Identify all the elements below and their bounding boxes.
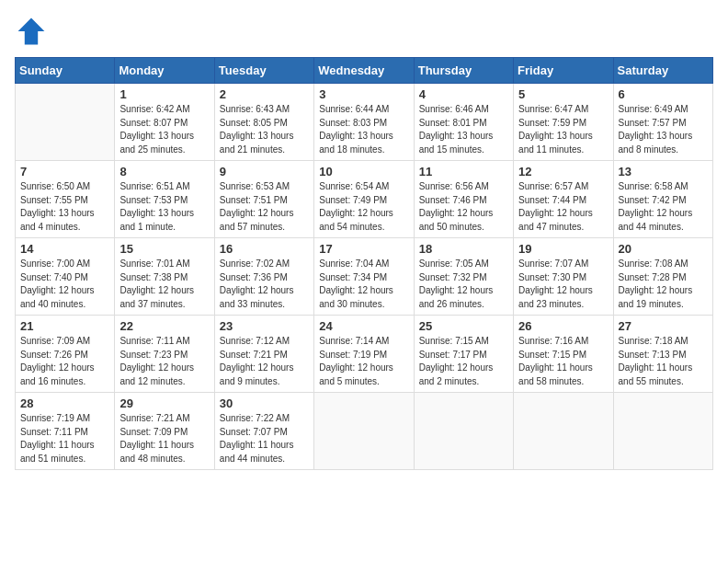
calendar-day-cell: 14Sunrise: 7:00 AMSunset: 7:40 PMDayligh… <box>16 238 115 316</box>
calendar-day-cell: 21Sunrise: 7:09 AMSunset: 7:26 PMDayligh… <box>16 316 115 393</box>
calendar-day-cell <box>16 84 115 161</box>
day-of-week-header: Thursday <box>414 58 513 84</box>
day-number: 3 <box>319 87 408 101</box>
calendar-week-row: 1Sunrise: 6:42 AMSunset: 8:07 PMDaylight… <box>16 84 713 161</box>
calendar-day-cell: 9Sunrise: 6:53 AMSunset: 7:51 PMDaylight… <box>214 161 313 238</box>
day-number: 19 <box>518 242 608 256</box>
day-info: Sunrise: 7:15 AMSunset: 7:17 PMDaylight:… <box>419 335 508 388</box>
day-info: Sunrise: 7:11 AMSunset: 7:23 PMDaylight:… <box>119 335 209 388</box>
calendar-day-cell: 3Sunrise: 6:44 AMSunset: 8:03 PMDaylight… <box>314 84 414 161</box>
logo <box>15 15 51 48</box>
day-number: 22 <box>119 319 209 333</box>
day-of-week-header: Monday <box>115 58 214 84</box>
day-info: Sunrise: 6:56 AMSunset: 7:46 PMDaylight:… <box>419 180 508 234</box>
day-info: Sunrise: 7:09 AMSunset: 7:26 PMDaylight:… <box>20 335 109 388</box>
svg-marker-0 <box>18 18 45 45</box>
calendar-header-row: SundayMondayTuesdayWednesdayThursdayFrid… <box>16 58 713 84</box>
calendar-day-cell: 13Sunrise: 6:58 AMSunset: 7:42 PMDayligh… <box>613 161 712 238</box>
day-number: 12 <box>518 165 608 178</box>
calendar-day-cell: 7Sunrise: 6:50 AMSunset: 7:55 PMDaylight… <box>16 161 115 238</box>
page-header <box>15 15 713 48</box>
calendar-week-row: 21Sunrise: 7:09 AMSunset: 7:26 PMDayligh… <box>16 316 713 393</box>
day-number: 14 <box>20 242 109 256</box>
day-number: 17 <box>319 242 408 256</box>
day-of-week-header: Saturday <box>613 58 712 84</box>
calendar-day-cell <box>414 393 513 470</box>
day-info: Sunrise: 7:16 AMSunset: 7:15 PMDaylight:… <box>518 335 608 388</box>
day-number: 5 <box>518 87 608 101</box>
calendar-day-cell: 10Sunrise: 6:54 AMSunset: 7:49 PMDayligh… <box>314 161 414 238</box>
calendar-day-cell: 30Sunrise: 7:22 AMSunset: 7:07 PMDayligh… <box>214 393 313 470</box>
logo-icon <box>15 15 48 48</box>
day-info: Sunrise: 7:19 AMSunset: 7:11 PMDaylight:… <box>20 412 109 465</box>
calendar-day-cell: 19Sunrise: 7:07 AMSunset: 7:30 PMDayligh… <box>514 238 613 316</box>
day-info: Sunrise: 6:49 AMSunset: 7:57 PMDaylight:… <box>619 103 708 156</box>
day-info: Sunrise: 6:42 AMSunset: 8:07 PMDaylight:… <box>119 103 209 156</box>
day-of-week-header: Wednesday <box>314 58 414 84</box>
day-number: 2 <box>220 87 309 101</box>
day-info: Sunrise: 7:05 AMSunset: 7:32 PMDaylight:… <box>419 258 508 311</box>
calendar-day-cell: 27Sunrise: 7:18 AMSunset: 7:13 PMDayligh… <box>613 316 712 393</box>
day-number: 4 <box>419 87 508 101</box>
day-number: 1 <box>119 87 209 101</box>
calendar-week-row: 28Sunrise: 7:19 AMSunset: 7:11 PMDayligh… <box>16 393 713 470</box>
day-info: Sunrise: 7:14 AMSunset: 7:19 PMDaylight:… <box>319 335 408 388</box>
day-info: Sunrise: 6:47 AMSunset: 7:59 PMDaylight:… <box>518 103 608 156</box>
day-number: 10 <box>319 165 408 178</box>
day-info: Sunrise: 6:58 AMSunset: 7:42 PMDaylight:… <box>619 180 708 234</box>
calendar-day-cell: 1Sunrise: 6:42 AMSunset: 8:07 PMDaylight… <box>115 84 214 161</box>
calendar-day-cell: 20Sunrise: 7:08 AMSunset: 7:28 PMDayligh… <box>613 238 712 316</box>
calendar-day-cell: 22Sunrise: 7:11 AMSunset: 7:23 PMDayligh… <box>115 316 214 393</box>
day-info: Sunrise: 6:43 AMSunset: 8:05 PMDaylight:… <box>220 103 309 156</box>
calendar: SundayMondayTuesdayWednesdayThursdayFrid… <box>15 57 713 470</box>
day-of-week-header: Sunday <box>16 58 115 84</box>
day-number: 6 <box>619 87 708 101</box>
day-info: Sunrise: 6:54 AMSunset: 7:49 PMDaylight:… <box>319 180 408 234</box>
day-info: Sunrise: 7:18 AMSunset: 7:13 PMDaylight:… <box>619 335 708 388</box>
day-number: 11 <box>419 165 508 178</box>
calendar-day-cell: 23Sunrise: 7:12 AMSunset: 7:21 PMDayligh… <box>214 316 313 393</box>
calendar-day-cell: 17Sunrise: 7:04 AMSunset: 7:34 PMDayligh… <box>314 238 414 316</box>
day-number: 23 <box>220 319 309 333</box>
day-number: 27 <box>619 319 708 333</box>
day-number: 20 <box>619 242 708 256</box>
day-number: 26 <box>518 319 608 333</box>
calendar-day-cell: 15Sunrise: 7:01 AMSunset: 7:38 PMDayligh… <box>115 238 214 316</box>
calendar-day-cell: 12Sunrise: 6:57 AMSunset: 7:44 PMDayligh… <box>514 161 613 238</box>
calendar-day-cell: 18Sunrise: 7:05 AMSunset: 7:32 PMDayligh… <box>414 238 513 316</box>
day-number: 15 <box>119 242 209 256</box>
day-info: Sunrise: 6:44 AMSunset: 8:03 PMDaylight:… <box>319 103 408 156</box>
day-number: 9 <box>220 165 309 178</box>
day-number: 18 <box>419 242 508 256</box>
calendar-day-cell: 2Sunrise: 6:43 AMSunset: 8:05 PMDaylight… <box>214 84 313 161</box>
calendar-day-cell <box>514 393 613 470</box>
calendar-day-cell: 11Sunrise: 6:56 AMSunset: 7:46 PMDayligh… <box>414 161 513 238</box>
calendar-day-cell: 8Sunrise: 6:51 AMSunset: 7:53 PMDaylight… <box>115 161 214 238</box>
calendar-day-cell <box>613 393 712 470</box>
calendar-week-row: 14Sunrise: 7:00 AMSunset: 7:40 PMDayligh… <box>16 238 713 316</box>
day-of-week-header: Tuesday <box>214 58 313 84</box>
calendar-day-cell: 5Sunrise: 6:47 AMSunset: 7:59 PMDaylight… <box>514 84 613 161</box>
calendar-day-cell: 25Sunrise: 7:15 AMSunset: 7:17 PMDayligh… <box>414 316 513 393</box>
day-number: 28 <box>20 396 109 410</box>
day-info: Sunrise: 6:51 AMSunset: 7:53 PMDaylight:… <box>119 180 209 234</box>
calendar-day-cell: 24Sunrise: 7:14 AMSunset: 7:19 PMDayligh… <box>314 316 414 393</box>
day-number: 29 <box>119 396 209 410</box>
day-info: Sunrise: 6:57 AMSunset: 7:44 PMDaylight:… <box>518 180 608 234</box>
calendar-week-row: 7Sunrise: 6:50 AMSunset: 7:55 PMDaylight… <box>16 161 713 238</box>
day-number: 13 <box>619 165 708 178</box>
calendar-day-cell: 29Sunrise: 7:21 AMSunset: 7:09 PMDayligh… <box>115 393 214 470</box>
day-info: Sunrise: 7:00 AMSunset: 7:40 PMDaylight:… <box>20 258 109 311</box>
day-info: Sunrise: 7:01 AMSunset: 7:38 PMDaylight:… <box>119 258 209 311</box>
day-info: Sunrise: 7:08 AMSunset: 7:28 PMDaylight:… <box>619 258 708 311</box>
day-number: 25 <box>419 319 508 333</box>
day-info: Sunrise: 7:07 AMSunset: 7:30 PMDaylight:… <box>518 258 608 311</box>
calendar-day-cell: 26Sunrise: 7:16 AMSunset: 7:15 PMDayligh… <box>514 316 613 393</box>
day-info: Sunrise: 7:21 AMSunset: 7:09 PMDaylight:… <box>119 412 209 465</box>
day-info: Sunrise: 6:53 AMSunset: 7:51 PMDaylight:… <box>220 180 309 234</box>
calendar-day-cell: 16Sunrise: 7:02 AMSunset: 7:36 PMDayligh… <box>214 238 313 316</box>
calendar-day-cell <box>314 393 414 470</box>
day-of-week-header: Friday <box>514 58 613 84</box>
day-number: 21 <box>20 319 109 333</box>
day-info: Sunrise: 7:02 AMSunset: 7:36 PMDaylight:… <box>220 258 309 311</box>
